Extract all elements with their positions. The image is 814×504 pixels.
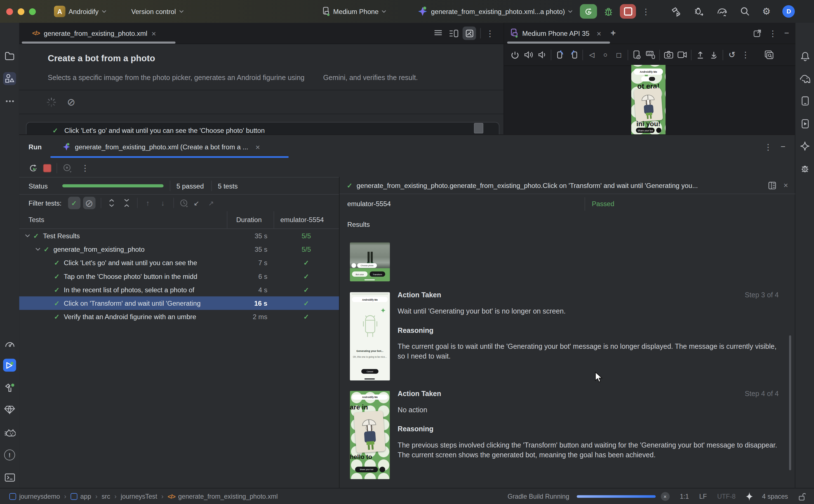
- screenshot-thumbnail-step3[interactable]: Androidify Me Generating your bot... Oh,…: [350, 292, 390, 380]
- close-tab-icon[interactable]: [255, 142, 260, 151]
- run-tool-window-icon[interactable]: [3, 359, 16, 371]
- watch-options-icon[interactable]: [62, 163, 73, 173]
- attach-debugger-icon[interactable]: [694, 6, 705, 17]
- profiler-gauge-icon[interactable]: [3, 337, 16, 350]
- screenshot-thumbnail-step2[interactable]: Choose photo Bot color Transform: [350, 242, 390, 281]
- device-tab[interactable]: Medium Phone API 35: [504, 28, 616, 38]
- app-quality-gem-icon[interactable]: [3, 403, 16, 416]
- show-ignored-toggle[interactable]: [83, 197, 95, 209]
- stop-button[interactable]: [620, 4, 636, 19]
- hide-pane-icon[interactable]: [784, 29, 789, 38]
- run-configuration-selector[interactable]: generate_from_existing_photo.xml...a pho…: [418, 6, 573, 17]
- project-folder-icon[interactable]: [3, 50, 16, 63]
- rerun-test-icon[interactable]: [29, 163, 38, 173]
- breadcrumb-item[interactable]: app: [80, 493, 91, 500]
- breadcrumb-item[interactable]: generate_from_existing_photo.xml: [178, 493, 278, 500]
- export-test-results-icon[interactable]: [205, 197, 217, 209]
- editor-options-menu[interactable]: [485, 28, 495, 38]
- breadcrumb-item[interactable]: src: [102, 493, 110, 500]
- device-settings-icon[interactable]: [630, 48, 644, 62]
- screenshot-camera-icon[interactable]: [662, 48, 675, 62]
- test-tree-row-selected[interactable]: Click on 'Transform' and wait until 'Gen…: [19, 296, 339, 310]
- avatar[interactable]: D: [783, 5, 795, 18]
- resource-manager-icon[interactable]: [3, 72, 16, 85]
- test-history-icon[interactable]: [178, 197, 190, 209]
- volume-up-icon[interactable]: [522, 48, 535, 62]
- ai-status-icon[interactable]: [746, 492, 753, 501]
- code-view-button[interactable]: [431, 27, 445, 40]
- hardware-input-icon[interactable]: [644, 48, 657, 62]
- settings-gear-icon[interactable]: [762, 6, 771, 17]
- breadcrumb-item[interactable]: journeysTest: [121, 493, 157, 500]
- volume-down-icon[interactable]: [535, 48, 549, 62]
- reset-icon[interactable]: [725, 48, 739, 62]
- test-options-menu[interactable]: [81, 163, 90, 173]
- no-run-icon[interactable]: [67, 96, 75, 108]
- breadcrumb-item[interactable]: journeysdemo: [19, 493, 60, 500]
- import-test-results-icon[interactable]: [190, 197, 203, 209]
- split-output-icon[interactable]: [768, 182, 776, 189]
- indent-indicator[interactable]: 4 spaces: [762, 493, 788, 500]
- add-device-tab-icon[interactable]: [611, 28, 616, 38]
- test-tree-row[interactable]: Test Results 35 s 5/5: [19, 229, 339, 242]
- test-tree-row[interactable]: Verify that an Android figurine with an …: [19, 310, 339, 323]
- editor-tab[interactable]: generate_from_existing_photo.xml: [19, 29, 156, 38]
- stop-test-icon[interactable]: [43, 164, 51, 172]
- close-tab-icon[interactable]: [597, 29, 601, 38]
- device-options-menu[interactable]: [769, 28, 777, 38]
- chevron-down-icon[interactable]: [35, 248, 41, 251]
- gradle-elephant-icon[interactable]: [798, 72, 811, 85]
- device-more-menu[interactable]: [739, 48, 752, 62]
- zoom-window-button[interactable]: [29, 8, 36, 15]
- unlocked-padlock-icon[interactable]: [798, 492, 806, 501]
- caret-position[interactable]: 1:1: [680, 493, 689, 500]
- close-window-button[interactable]: [6, 8, 13, 15]
- save-file-icon[interactable]: [707, 48, 721, 62]
- layout-inspector-icon[interactable]: [763, 48, 776, 62]
- app-insights-bug-icon[interactable]: [798, 162, 811, 175]
- collapse-all-button[interactable]: [120, 197, 133, 209]
- line-ending-indicator[interactable]: LF: [699, 493, 707, 500]
- power-icon[interactable]: [508, 48, 522, 62]
- rotate-left-icon[interactable]: [553, 48, 567, 62]
- screen-record-icon[interactable]: [675, 48, 689, 62]
- test-tree-row[interactable]: Click 'Let's go' and wait until you can …: [19, 256, 339, 269]
- debug-button[interactable]: [601, 6, 617, 17]
- encoding-indicator[interactable]: UTF-8: [717, 493, 736, 500]
- emulator-screen[interactable]: Androidify Me ot era! ini you! Sha: [631, 65, 665, 135]
- expand-all-button[interactable]: [105, 197, 118, 209]
- running-devices-icon[interactable]: [798, 117, 811, 130]
- minimize-window-button[interactable]: [18, 8, 24, 15]
- next-failed-button[interactable]: [157, 197, 169, 209]
- column-divider[interactable]: [227, 211, 227, 228]
- push-file-icon[interactable]: [693, 48, 707, 62]
- rotate-right-icon[interactable]: [567, 48, 580, 62]
- rerun-button[interactable]: [580, 4, 597, 19]
- test-tree-row[interactable]: Tap on the 'Choose photo' button in the …: [19, 269, 339, 283]
- gemini-sparkle-icon[interactable]: [798, 140, 811, 152]
- open-in-window-icon[interactable]: [753, 29, 761, 37]
- device-manager-icon[interactable]: [798, 95, 811, 107]
- test-tree-row[interactable]: generate_from_existing_photo 35 s 5/5: [19, 242, 339, 256]
- android-home-icon[interactable]: [599, 48, 612, 62]
- device-selector[interactable]: Medium Phone: [322, 7, 386, 16]
- hide-panel-icon[interactable]: [781, 142, 785, 152]
- split-view-button[interactable]: [447, 27, 460, 40]
- android-overview-icon[interactable]: [612, 48, 625, 62]
- project-widget[interactable]: A Androidify: [54, 6, 106, 17]
- more-tool-windows-icon[interactable]: [3, 95, 16, 107]
- run-panel-options-menu[interactable]: [764, 142, 772, 152]
- cancel-build-button[interactable]: [661, 492, 670, 501]
- scrollbar-thumb[interactable]: [474, 123, 483, 133]
- profiler-icon[interactable]: [717, 6, 728, 17]
- design-view-button[interactable]: [463, 27, 476, 40]
- more-actions-menu[interactable]: [640, 6, 652, 16]
- close-detail-icon[interactable]: [784, 180, 788, 190]
- android-back-icon[interactable]: [585, 48, 599, 62]
- screenshot-thumbnail-step4[interactable]: Androidify Me are in hello to Share your…: [350, 391, 390, 479]
- problems-icon[interactable]: [3, 448, 16, 461]
- logcat-icon[interactable]: [3, 427, 16, 440]
- terminal-icon[interactable]: [3, 471, 16, 484]
- notifications-bell-icon[interactable]: [798, 50, 811, 63]
- build-tool-window-icon[interactable]: [3, 381, 16, 394]
